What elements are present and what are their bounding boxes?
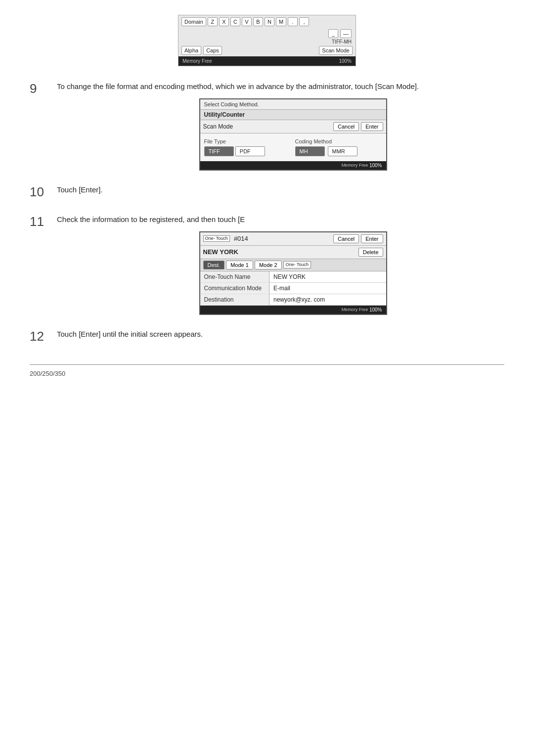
tiff-mh-label: TIFF-MH [178,39,356,44]
dash-key[interactable]: — [340,29,352,38]
dot-key[interactable]: . [288,17,298,26]
pdf-btn[interactable]: PDF [235,146,265,156]
screen-1-footer: Memory Free 100% [200,161,386,170]
screen-1-container: Select Coding Method. Utility/Counter Sc… [82,98,504,171]
screen-2-memory-label: Memory Free [342,308,368,312]
file-type-col: File Type TIFF PDF [204,138,291,158]
destination-label: Destination [200,294,269,305]
screen-2-container: One- Touch #014 Cancel Enter NEW YORK De… [82,231,504,315]
screen-1-memory-label: Memory Free [342,163,368,168]
step-10-section: 10 Touch [Enter]. [30,184,504,201]
coding-method-col: Coding Method MH MMR [295,138,382,158]
one-touch-name-value: NEW YORK [269,271,386,283]
keyboard-footer: Memory Free 100% [178,56,356,66]
step-9-section: 9 To change the file format and encoding… [30,81,504,171]
keyboard-memory-label: Memory Free [182,58,212,64]
spacer-key-row: _ — [178,28,356,39]
scan-mode-key[interactable]: Scan Mode [319,46,353,55]
screen-1-memory-pct: 100% [369,163,382,168]
c-key[interactable]: C [230,17,240,26]
step-11-text: Check the information to be registered, … [57,214,504,225]
step-12-number: 12 [30,329,57,343]
alpha-key[interactable]: Alpha [181,46,201,55]
one-touch-label: One- Touch [203,235,230,242]
screen-1-header: Select Coding Method. [200,99,386,110]
mh-btn[interactable]: MH [295,146,325,156]
mode1-tab[interactable]: Mode 1 [226,261,253,269]
n-key[interactable]: N [265,17,274,26]
device-name-text: NEW YORK [203,248,356,256]
step-11-section: 11 Check the information to be registere… [30,214,504,315]
z-key[interactable]: Z [208,17,218,26]
info-tabs-row: Dest. Mode 1 Mode 2 One- Touch [200,259,386,271]
table-row: Destination newyork@xyz. com [200,294,386,305]
screen-1-body: File Type TIFF PDF Coding Method MH MMR [200,133,386,161]
screen-1-toolbar: Scan Mode Cancel Enter [200,120,386,133]
model-number: 200/250/350 [30,370,65,377]
step-12-text: Touch [Enter] until the initial screen a… [57,329,504,340]
one-touch-name-label: One-Touch Name [200,271,269,283]
step-12-body: Touch [Enter] until the initial screen a… [57,329,504,345]
step-12-section: 12 Touch [Enter] until the initial scree… [30,329,504,345]
step-9-number: 9 [30,81,57,95]
v-key[interactable]: V [242,17,252,26]
step-9-body: To change the file format and encoding m… [57,81,504,171]
screen-1-subheader: Utility/Counter [200,110,386,120]
screen-2-memory-pct: 100% [369,307,382,312]
keyboard-screenshot-section: Domain Z X C V B N M . , _ — TIFF-MH Alp… [30,15,504,66]
info-table: One-Touch Name NEW YORK Communication Mo… [200,271,386,306]
dest-tab[interactable]: Dest. [203,261,225,269]
page-footer: 200/250/350 [30,364,504,377]
file-coding-row: File Type TIFF PDF Coding Method MH MMR [204,138,382,158]
mode2-tab[interactable]: Mode 2 [255,261,282,269]
screen-2-footer: Memory Free 100% [200,306,386,314]
underscore-key[interactable]: _ [328,29,338,38]
enter-button-2[interactable]: Enter [361,234,383,243]
file-type-label: File Type [204,138,291,144]
coding-method-screen: Select Coding Method. Utility/Counter Sc… [199,98,387,171]
scan-mode-label: Scan Mode [203,123,331,130]
hash-number: #014 [232,235,331,242]
page-content: Domain Z X C V B N M . , _ — TIFF-MH Alp… [0,0,534,407]
info-name-row: NEW YORK Delete [200,246,386,259]
step-10-text: Touch [Enter]. [57,184,504,196]
caps-key[interactable]: Caps [203,46,222,55]
one-touch-tab[interactable]: One- Touch [283,261,311,269]
enter-button-1[interactable]: Enter [361,122,383,131]
b-key[interactable]: B [253,17,263,26]
domain-key[interactable]: Domain [181,17,206,26]
info-screen: One- Touch #014 Cancel Enter NEW YORK De… [199,231,387,315]
step-10-body: Touch [Enter]. [57,184,504,201]
info-header-row: One- Touch #014 Cancel Enter [200,232,386,246]
step-9-text: To change the file format and encoding m… [57,81,504,92]
coding-method-label: Coding Method [295,138,382,144]
keyboard-bottom-row: Alpha Caps Scan Mode [178,44,356,56]
m-key[interactable]: M [276,17,286,26]
x-key[interactable]: X [219,17,229,26]
comma-key[interactable]: , [299,17,309,26]
comm-mode-label: Communication Mode [200,282,269,294]
keyboard-box: Domain Z X C V B N M . , _ — TIFF-MH Alp… [178,15,356,66]
keyboard-memory-pct: 100% [339,58,352,64]
table-row: One-Touch Name NEW YORK [200,271,386,283]
table-row: Communication Mode E-mail [200,282,386,294]
cancel-button-2[interactable]: Cancel [333,234,359,243]
step-10-number: 10 [30,184,57,198]
comm-mode-value: E-mail [269,282,386,294]
tiff-btn[interactable]: TIFF [204,146,234,156]
keyboard-top-row: Domain Z X C V B N M . , [178,15,356,28]
step-11-number: 11 [30,214,57,228]
destination-value: newyork@xyz. com [269,294,386,305]
cancel-button-1[interactable]: Cancel [333,122,359,131]
step-11-body: Check the information to be registered, … [57,214,504,315]
mmr-btn[interactable]: MMR [328,146,357,156]
delete-button[interactable]: Delete [358,248,383,257]
